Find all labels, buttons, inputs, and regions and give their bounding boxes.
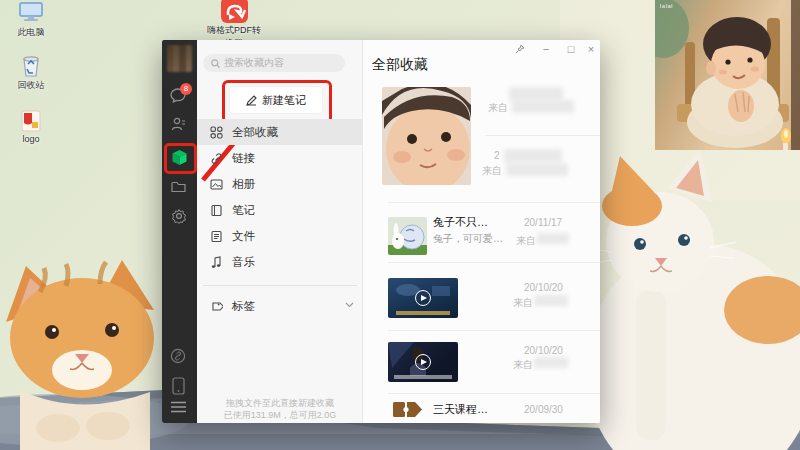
search-placeholder: 搜索收藏内容 (224, 56, 284, 70)
item-subtitle: 兔子，可可爱… (433, 232, 503, 246)
menu-hamburger-icon[interactable] (170, 401, 187, 413)
nav-item-label: 文件 (232, 229, 255, 244)
nav-item-label: 全部收藏 (232, 125, 278, 140)
item-title: 兔子不只… (433, 215, 488, 230)
photo-icon (210, 178, 223, 191)
left-cat (6, 260, 154, 450)
nav-item-label: 音乐 (232, 255, 255, 270)
annotation-box-favorites (164, 143, 197, 174)
all-favorites-icon (210, 126, 223, 139)
nav-item-label: 标签 (232, 299, 255, 314)
from-label: 来自 (513, 358, 533, 372)
list-divider (388, 330, 600, 331)
nav-item-notes[interactable]: 笔记 (197, 197, 363, 223)
wechat-window: 8 (162, 40, 600, 423)
nav-divider (203, 285, 357, 286)
video-thumbnail (388, 278, 458, 318)
desktop-icon-recycle-bin[interactable]: 回收站 (8, 55, 54, 92)
from-label: 来自 (516, 234, 536, 248)
nav-item-label: 笔记 (232, 203, 255, 218)
file-icon (210, 230, 223, 243)
from-label: 来自 (513, 296, 533, 310)
search-input[interactable]: 搜索收藏内容 (203, 54, 345, 72)
tag-icon (210, 300, 223, 313)
favorite-item-rabbit[interactable]: 兔子不只… 兔子，可可爱… 20/11/17 来自 (382, 210, 600, 260)
blurred-source (506, 163, 568, 176)
search-icon (211, 59, 220, 68)
pdf-app-icon (221, 0, 248, 23)
nav-item-files[interactable]: 文件 (197, 223, 363, 249)
maximize-button[interactable]: □ (564, 42, 578, 56)
blurred-source (512, 100, 574, 113)
pin-icon[interactable] (515, 44, 525, 54)
desktop-icon-logo[interactable]: logo (8, 110, 54, 144)
recycle-bin-icon (21, 55, 41, 77)
desktop: 此电脑 回收站 logo 嗨格式PDF转 换器 (0, 0, 800, 450)
desktop-icon-label: logo (8, 134, 54, 144)
from-label: 来自 (482, 164, 502, 178)
favorites-content-panel: 全部收藏 − □ × (363, 40, 600, 423)
close-button[interactable]: × (584, 42, 598, 56)
nav-item-links[interactable]: 链接 (197, 145, 363, 171)
avatar[interactable] (167, 45, 192, 72)
baby-photo (382, 87, 471, 185)
video-thumbnail (388, 342, 458, 382)
item-title: 三天课程… (433, 402, 488, 417)
chat-unread-badge: 8 (180, 83, 192, 95)
blurred-date (509, 87, 563, 101)
desktop-icon-this-pc[interactable]: 此电脑 (8, 2, 54, 39)
nav-item-music[interactable]: 音乐 (197, 249, 363, 275)
desktop-icon-label: 回收站 (8, 79, 54, 92)
storage-info: 已使用131.9M，总可用2.0G (197, 409, 363, 422)
list-divider (388, 202, 600, 203)
contacts-icon[interactable] (171, 117, 186, 131)
link-circle-icon[interactable] (170, 348, 186, 364)
rabbit-thumbnail (388, 217, 427, 255)
panel-title: 全部收藏 (372, 56, 428, 74)
blurred-source (534, 357, 568, 368)
wechat-sidebar: 8 (162, 40, 197, 423)
desktop-icon-label: 嗨格式PDF转 (196, 24, 272, 37)
list-divider (388, 262, 600, 263)
blurred-source (537, 233, 569, 244)
favorite-item-course[interactable]: 三天课程… 20/09/30 (382, 396, 600, 423)
baby-video-scene (655, 0, 800, 150)
date-partial: 2 (494, 150, 500, 161)
list-divider-short (485, 135, 600, 136)
this-pc-icon (19, 2, 43, 22)
item-date: 20/10/20 (524, 282, 563, 293)
nav-item-all-favorites[interactable]: 全部收藏 (197, 119, 363, 145)
video-watermark: lalal (660, 3, 673, 9)
list-divider (388, 393, 600, 394)
favorites-nav-panel: 搜索收藏内容 新建笔记 全 (197, 40, 363, 423)
nav-item-label: 链接 (232, 151, 255, 166)
baby-video-overlay[interactable]: lalal (655, 0, 800, 150)
item-date: 20/11/17 (524, 217, 562, 228)
folder-icon[interactable] (171, 180, 186, 193)
favorite-item-video-1[interactable]: 20/10/20 来自 (382, 270, 600, 330)
from-label: 来自 (488, 101, 508, 115)
blurred-source (534, 295, 568, 306)
ticket-icon (393, 401, 423, 418)
chevron-down-icon[interactable] (345, 302, 354, 308)
phone-icon[interactable] (172, 377, 185, 395)
settings-gear-icon[interactable] (171, 208, 187, 224)
nav-item-label: 相册 (232, 177, 255, 192)
favorite-item-video-2[interactable]: 20/10/20 来自 (382, 334, 600, 394)
item-date: 20/09/30 (524, 404, 563, 415)
favorite-item-image-thumbnail[interactable] (382, 87, 471, 185)
blurred-date (504, 149, 562, 163)
play-icon (415, 354, 431, 370)
link-icon (210, 152, 223, 165)
nav-item-tags[interactable]: 标签 (197, 293, 363, 319)
play-icon (415, 290, 431, 306)
music-icon (210, 256, 223, 269)
logo-icon (21, 110, 41, 132)
minimize-button[interactable]: − (539, 42, 553, 56)
note-icon (210, 204, 223, 217)
item-date: 20/10/20 (524, 345, 563, 356)
nav-item-albums[interactable]: 相册 (197, 171, 363, 197)
desktop-icon-label: 此电脑 (8, 26, 54, 39)
